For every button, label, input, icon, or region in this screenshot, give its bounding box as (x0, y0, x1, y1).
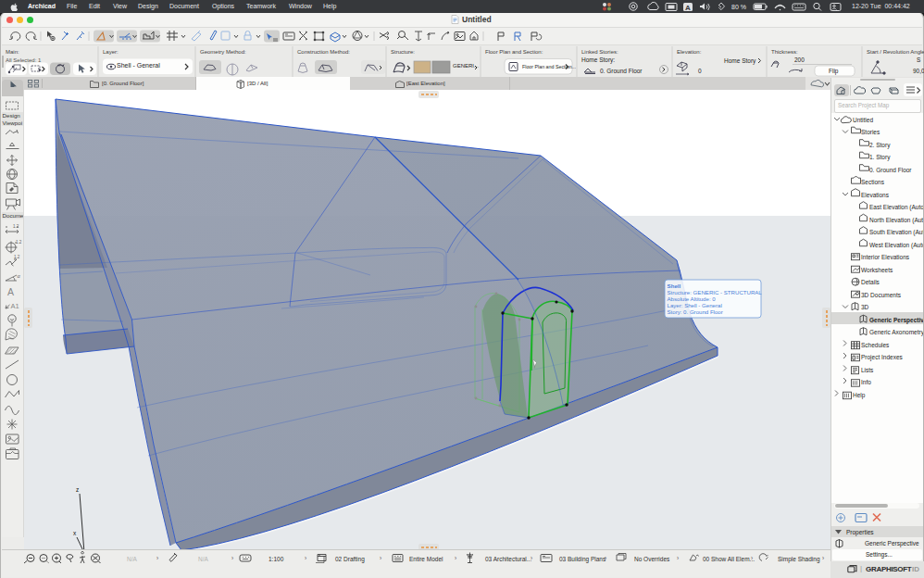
svg-text:Elevations: Elevations (861, 192, 890, 198)
svg-text:Project Indexes: Project Indexes (861, 354, 904, 361)
svg-text:Generic Perspective: Generic Perspective (869, 317, 923, 324)
svg-text:3D Documents: 3D Documents (861, 292, 902, 298)
svg-text:Untitled: Untitled (853, 117, 873, 123)
svg-text:Structure: GENERIC - STRUCTURA: Structure: GENERIC - STRUCTURAL (668, 289, 763, 295)
svg-text:Layer: Shell - General: Layer: Shell - General (668, 302, 722, 308)
svg-text:α: α (18, 273, 21, 279)
svg-text:80 %: 80 % (731, 4, 746, 10)
svg-text:A: A (685, 4, 691, 12)
svg-text:Story: 0. Ground Floor: Story: 0. Ground Floor (668, 308, 723, 315)
svg-text:East Elevation (Auto-: East Elevation (Auto- (869, 204, 923, 211)
svg-text:Design: Design (3, 112, 21, 119)
svg-text:Schedules: Schedules (861, 342, 890, 348)
svg-text:z: z (76, 486, 79, 493)
svg-text:Docume: Docume (3, 212, 24, 219)
svg-text:2. Story: 2. Story (869, 142, 891, 149)
svg-text:South Elevation (Auto: South Elevation (Auto (869, 229, 923, 236)
svg-text:A: A (7, 286, 14, 297)
svg-text:Shell: Shell (668, 283, 681, 289)
svg-text:Worksheets: Worksheets (861, 267, 893, 273)
svg-text:North Elevation (Auto: North Elevation (Auto (869, 217, 923, 224)
svg-text:1. Story: 1. Story (869, 154, 891, 161)
svg-text:Help: Help (853, 392, 866, 399)
svg-text:1.2: 1.2 (16, 240, 22, 245)
svg-text:Info: Info (861, 379, 871, 385)
svg-text:A1: A1 (11, 302, 19, 310)
svg-text:Details: Details (861, 279, 880, 285)
svg-text:Interior Elevations: Interior Elevations (861, 254, 910, 260)
svg-text:Sections: Sections (861, 179, 885, 185)
svg-text:Generic Axonometry: Generic Axonometry (869, 329, 923, 336)
svg-text:1.2: 1.2 (13, 224, 19, 229)
svg-text:West Elevation (Auto-: West Elevation (Auto- (869, 242, 923, 249)
svg-text:Lists: Lists (861, 367, 874, 373)
svg-text:1.2: 1.2 (14, 255, 20, 259)
svg-text:0. Ground Floor: 0. Ground Floor (869, 167, 912, 173)
svg-text:Viewpoi: Viewpoi (3, 119, 23, 126)
svg-text:3D: 3D (861, 304, 869, 310)
svg-text:Stories: Stories (861, 129, 880, 135)
svg-text:Absolute Altitude: 0: Absolute Altitude: 0 (668, 295, 717, 302)
